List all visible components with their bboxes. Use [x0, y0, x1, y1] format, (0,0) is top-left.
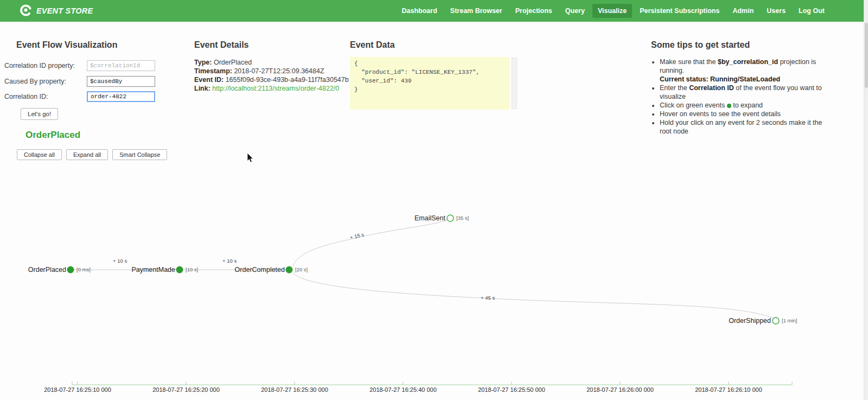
node-label-emailsent: EmailSent: [414, 214, 445, 222]
edge-label-1: + 10 s: [113, 258, 127, 264]
node-time-emailsent: [35 s]: [456, 215, 469, 221]
event-data-title: Event Data: [350, 40, 518, 50]
event-id-line: Event ID: 1655f09d-93ce-493b-a4a9-11f7fa…: [194, 75, 352, 84]
flow-form-section: Event Flow Visualization: [16, 40, 179, 50]
expand-all-button[interactable]: Expand all: [66, 149, 108, 160]
event-data-section: Event Data { "product_id": "LICENSE_KEY_…: [350, 40, 518, 50]
correlation-id-input[interactable]: [87, 91, 155, 102]
event-link-label: Link:: [194, 85, 210, 92]
green-event-dot-icon: [727, 104, 731, 108]
event-timestamp-label: Timestamp:: [194, 67, 232, 75]
caused-by-property-row: Caused By property:: [4, 76, 155, 87]
axis-tick-4: 2018-07-27 16:25:40 000: [369, 386, 437, 393]
graph-buttons: Collapse all Expand all Smart Collapse: [17, 149, 167, 160]
event-store-logo-icon: [20, 4, 32, 18]
tip-projection-running: Make sure that the $by_correlation_id pr…: [660, 58, 830, 84]
caused-by-property-input[interactable]: [87, 76, 155, 87]
event-id-value: 1655f09d-93ce-493b-a4a9-11f7fa30547b: [226, 76, 349, 84]
node-circle-ordercompleted[interactable]: [286, 266, 293, 274]
event-id-label: Event ID:: [194, 76, 224, 84]
event-data-scrollbar[interactable]: [512, 58, 517, 109]
tips-section: Some tips to get started Make sure that …: [651, 40, 830, 136]
edge-ordercompleted-ordershipped: [292, 272, 773, 318]
correlation-id-label: Correlation ID:: [4, 93, 87, 100]
event-link-line: Link: http://localhost:2113/streams/orde…: [194, 84, 352, 93]
lets-go-button[interactable]: Let's go!: [21, 108, 58, 120]
caused-by-property-label: Caused By property:: [4, 78, 87, 85]
node-circle-orderplaced[interactable]: [67, 266, 74, 274]
node-time-paymentmade: [10 s]: [186, 266, 198, 272]
axis-tick-3: 2018-07-27 16:25:30 000: [261, 386, 328, 393]
node-circle-paymentmade[interactable]: [176, 266, 183, 274]
mouse-cursor: [247, 153, 254, 166]
flow-form-title: Event Flow Visualization: [16, 40, 179, 50]
nav-item-query[interactable]: Query: [560, 4, 590, 18]
brand-text: EVENT STORE: [36, 7, 93, 15]
correlation-id-property-input[interactable]: [87, 60, 155, 71]
browser-scrollbar-thumb[interactable]: [865, 23, 868, 88]
event-details-title: Event Details: [194, 40, 352, 50]
correlation-id-property-row: Correlation ID property:: [4, 60, 155, 71]
projection-status: Current status: Running/StateLoaded: [660, 75, 780, 83]
tip-hover-events: Hover on events to see the event details: [660, 110, 830, 118]
node-label-ordershipped: OrderShipped: [729, 317, 771, 325]
tip2-text: Enter the: [660, 84, 689, 92]
tip-enter-correlation-id: Enter the Correlation ID of the event fl…: [660, 84, 830, 101]
tip2-bold: Correlation ID: [689, 84, 734, 92]
node-time-ordercompleted: [20 s]: [295, 266, 308, 272]
event-stream-link[interactable]: http://localhost:2113/streams/order-4822…: [212, 85, 339, 92]
nav-item-admin[interactable]: Admin: [727, 4, 759, 18]
node-label-orderplaced: OrderPlaced: [28, 266, 66, 274]
node-circle-emailsent[interactable]: [447, 215, 454, 221]
axis-tick-1: 2018-07-27 16:25:10 000: [44, 386, 111, 393]
nav-item-users[interactable]: Users: [761, 4, 791, 18]
event-flow-graph: + 10 s + 10 s + 15 s + 45 s OrderPlaced …: [0, 179, 868, 400]
tip3-text: Click on green events: [660, 101, 727, 109]
tip3-text2: to expand: [731, 101, 763, 109]
event-type-line: Type: OrderPlaced: [194, 58, 352, 67]
event-timestamp-value: 2018-07-27T12:25:09.36484Z: [234, 67, 324, 75]
nav-item-log-out[interactable]: Log Out: [793, 4, 830, 18]
node-label-paymentmade: PaymentMade: [131, 266, 175, 274]
event-data-json: { "product_id": "LICENSE_KEY_1337", "use…: [350, 57, 510, 110]
correlation-id-property-label: Correlation ID property:: [4, 62, 87, 69]
axis-tick-7: 2018-07-27 16:26:10 000: [695, 386, 762, 393]
collapse-all-button[interactable]: Collapse all: [17, 149, 62, 160]
node-circle-ordershipped[interactable]: [773, 318, 779, 324]
timeline-axis: 2018-07-27 16:25:10 000 2018-07-27 16:25…: [44, 382, 792, 393]
nav-item-dashboard[interactable]: Dashboard: [397, 4, 443, 18]
nav-item-visualize[interactable]: Visualize: [592, 4, 632, 18]
node-label-ordercompleted: OrderCompleted: [235, 266, 285, 274]
edge-label-3: + 15 s: [349, 231, 365, 240]
event-details-section: Event Details Type: OrderPlaced Timestam…: [194, 40, 352, 93]
tip-click-green-events: Click on green events to expand: [660, 101, 830, 110]
event-type-value: OrderPlaced: [214, 59, 252, 66]
correlation-id-row: Correlation ID:: [4, 91, 155, 102]
axis-tick-2: 2018-07-27 16:25:20 000: [152, 386, 220, 393]
tip1-bold: $by_correlation_id: [718, 58, 778, 66]
event-type-label: Type:: [194, 59, 212, 66]
smart-collapse-button[interactable]: Smart Collapse: [112, 149, 167, 160]
edge-ordercompleted-emailsent: [293, 220, 447, 267]
tip-hold-click-root-node: Hold your click on any event for 2 secon…: [660, 118, 830, 136]
nav-item-persistent-subscriptions[interactable]: Persistent Subscriptions: [634, 4, 725, 18]
axis-tick-5: 2018-07-27 16:25:50 000: [478, 386, 545, 393]
event-store-visualize-page: EVENT STORE Dashboard Stream Browser Pro…: [0, 0, 868, 400]
top-navbar: EVENT STORE Dashboard Stream Browser Pro…: [0, 0, 864, 22]
node-time-ordershipped: [1 min]: [782, 318, 797, 323]
nav-items: Dashboard Stream Browser Projections Que…: [397, 4, 830, 18]
tip1-text: Make sure that the: [660, 58, 718, 66]
nav-item-projections[interactable]: Projections: [510, 4, 558, 18]
node-time-orderplaced: [0 ms]: [76, 266, 91, 272]
event-timestamp-line: Timestamp: 2018-07-27T12:25:09.36484Z: [194, 67, 352, 75]
brand[interactable]: EVENT STORE: [20, 4, 93, 18]
edge-label-4: + 45 s: [481, 295, 495, 301]
root-node-title: OrderPlaced: [25, 130, 80, 141]
axis-tick-6: 2018-07-27 16:26:00 000: [586, 386, 654, 393]
edge-label-2: + 10 s: [222, 258, 237, 264]
nav-item-stream-browser[interactable]: Stream Browser: [445, 4, 508, 18]
tips-title: Some tips to get started: [651, 40, 830, 50]
